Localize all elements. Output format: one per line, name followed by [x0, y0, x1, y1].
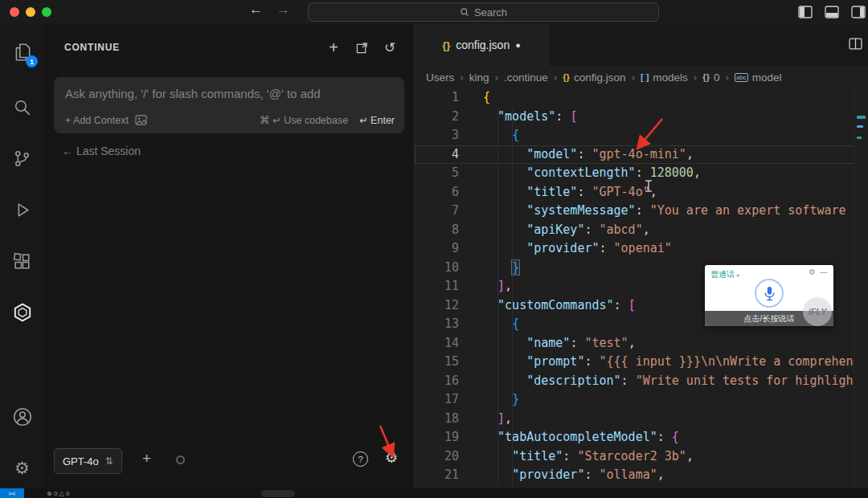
status-bar: >< ⊗ 0 △ 0: [0, 488, 868, 498]
help-button[interactable]: ?: [353, 451, 368, 467]
new-session-icon[interactable]: +: [325, 39, 342, 56]
settings-gear-icon[interactable]: ⚙: [0, 451, 44, 485]
model-selector-label: GPT-4o: [63, 455, 99, 467]
line-number: 5: [415, 164, 459, 183]
toggle-sidebar-icon[interactable]: [798, 6, 814, 18]
chevron-right-icon: ▸: [737, 271, 740, 279]
line-number: 8: [415, 221, 459, 240]
model-selector[interactable]: GPT-4o ⇅: [54, 448, 122, 474]
run-debug-icon[interactable]: [0, 193, 44, 227]
code-line[interactable]: 7 "systemMessage": "You are an expert so…: [415, 202, 854, 221]
breadcrumb-item[interactable]: [ ]models: [641, 71, 688, 84]
add-context-button[interactable]: + Add Context: [65, 115, 129, 126]
line-number: 17: [415, 390, 459, 410]
breadcrumb-item[interactable]: {}0: [702, 71, 719, 84]
nav-back-icon[interactable]: ←: [249, 2, 263, 18]
continue-settings-gear-icon[interactable]: ⚙: [385, 449, 398, 466]
microphone-button[interactable]: [755, 279, 784, 308]
line-number: 14: [415, 334, 459, 353]
enter-hint[interactable]: ↵ Enter: [359, 114, 395, 126]
attach-image-icon[interactable]: [135, 115, 147, 125]
search-sidebar-icon[interactable]: [0, 90, 44, 124]
breadcrumb-label: models: [653, 71, 688, 84]
code-line[interactable]: 3 {: [415, 126, 854, 145]
code-line[interactable]: 14 "name": "test",: [415, 334, 854, 353]
minimap-mark: [857, 125, 863, 128]
line-number: 3: [415, 126, 459, 145]
code-line[interactable]: 19 "tabAutocompleteModel": {: [415, 428, 854, 447]
explorer-icon[interactable]: 1: [0, 35, 44, 69]
minimap[interactable]: [854, 88, 868, 488]
line-content: {: [459, 315, 519, 334]
line-content: {: [459, 88, 490, 108]
minimap-mark: [857, 137, 862, 139]
line-number: 21: [415, 466, 459, 485]
account-icon[interactable]: [0, 400, 44, 434]
breadcrumb-item[interactable]: Users: [426, 71, 454, 84]
line-content: "tabAutocompleteModel": {: [459, 428, 679, 447]
continue-extension-icon[interactable]: [0, 296, 44, 329]
code-line[interactable]: 5 "contextLength": 128000,: [415, 164, 854, 183]
breadcrumb-separator: ›: [460, 71, 464, 84]
microphone-icon: [764, 286, 776, 301]
breadcrumb-separator: ›: [495, 71, 499, 84]
voice-settings-gear-icon[interactable]: ⚙: [809, 267, 816, 276]
use-codebase-hint[interactable]: ⌘ ↵ Use codebase: [260, 114, 348, 126]
code-line[interactable]: 17 }: [415, 390, 854, 410]
code-line[interactable]: 4 "model": "gpt-4o-mini",: [415, 145, 854, 165]
breadcrumb-item[interactable]: king: [469, 71, 489, 84]
sidebar-title: CONTINUE: [64, 42, 120, 53]
line-content: "provider": "ollama",: [459, 466, 665, 485]
line-number: 19: [415, 428, 459, 447]
voice-language-selector[interactable]: 普通话 ▸: [710, 269, 740, 280]
nav-forward-icon[interactable]: →: [276, 2, 290, 18]
line-content: ],: [459, 410, 512, 429]
code-line[interactable]: 18 ],: [415, 410, 854, 429]
extensions-icon[interactable]: [0, 244, 44, 278]
add-model-button[interactable]: +: [142, 450, 151, 467]
tab-config-json[interactable]: {} config.json ●: [415, 24, 549, 66]
code-line[interactable]: 2 "models": [: [415, 108, 854, 127]
breadcrumb-item[interactable]: abcmodel: [735, 71, 782, 84]
toggle-panel-icon[interactable]: [825, 6, 841, 18]
minimize-window-button[interactable]: [26, 7, 35, 17]
line-content: "title": "GPT-4o",: [459, 183, 657, 202]
line-number: 18: [415, 410, 459, 429]
code-line[interactable]: 15 "prompt": "{{{ input }}}\n\nWrite a c…: [415, 353, 854, 372]
breadcrumb-label: .continue: [504, 71, 548, 84]
code-line[interactable]: 1{: [415, 88, 854, 108]
toggle-secondary-sidebar-icon[interactable]: [851, 6, 867, 18]
remote-indicator[interactable]: ><: [0, 488, 24, 498]
code-line[interactable]: 6 "title": "GPT-4o",: [415, 183, 854, 202]
line-content: "model": "gpt-4o-mini",: [459, 145, 694, 165]
line-content: "contextLength": 128000,: [459, 164, 701, 183]
chat-input-placeholder: Ask anything, '/' for slash commands, '@…: [65, 87, 393, 100]
chat-input-box[interactable]: Ask anything, '/' for slash commands, '@…: [54, 77, 404, 133]
line-content: "description": "Write unit tests for hig…: [459, 372, 854, 391]
code-line[interactable]: 9 "provider": "openai": [415, 239, 854, 259]
source-control-icon[interactable]: [0, 141, 44, 175]
editor-group: {} config.json ● Users›king›.continue›{}…: [414, 24, 868, 488]
problems-indicator[interactable]: ⊗ 0 △ 0: [47, 490, 69, 497]
open-full-screen-icon[interactable]: [353, 39, 371, 56]
code-line[interactable]: 8 "apiKey": "abcd",: [415, 221, 854, 240]
line-number: 20: [415, 447, 459, 467]
breadcrumb-item[interactable]: .continue: [504, 71, 548, 84]
split-editor-icon[interactable]: [849, 37, 862, 54]
indent-guide: [497, 108, 498, 487]
code-line[interactable]: 16 "description": "Write unit tests for …: [415, 372, 854, 391]
voice-input-widget[interactable]: 普通话 ▸ ⚙ — 点击/长按说话 iFLY: [705, 265, 833, 326]
voice-minimize-icon[interactable]: —: [820, 267, 828, 276]
command-search-box[interactable]: Search: [308, 2, 659, 22]
zoom-window-button[interactable]: [42, 7, 51, 17]
history-icon[interactable]: ↺: [381, 39, 399, 56]
code-line[interactable]: 20 "title": "Starcoder2 3b",: [415, 447, 854, 467]
last-session-link[interactable]: ← Last Session: [62, 145, 141, 157]
breadcrumb-label: model: [752, 71, 782, 84]
status-pill: [261, 490, 295, 497]
breadcrumb-item[interactable]: {}config.json: [563, 71, 625, 84]
code-line[interactable]: 21 "provider": "ollama",: [415, 466, 854, 485]
close-window-button[interactable]: [10, 7, 19, 17]
vscode-window: ← → Search 1: [0, 0, 868, 498]
line-number: 15: [415, 353, 459, 372]
